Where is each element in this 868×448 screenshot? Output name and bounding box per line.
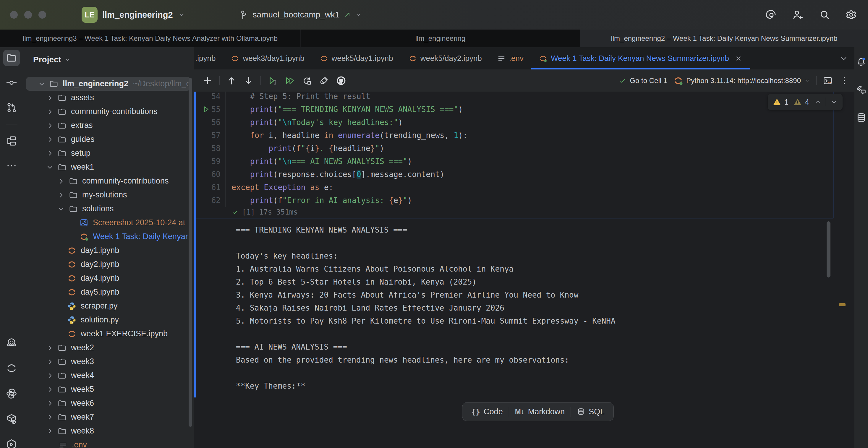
zoom-window-button[interactable] [38,11,46,19]
window-tab[interactable]: llm_engineering [301,30,580,47]
github-button[interactable] [336,75,346,86]
tool-services-button[interactable] [3,436,20,448]
tree-item[interactable]: week6 [23,396,194,410]
previ­ous-problem-button[interactable] [814,98,822,106]
more-icon [6,160,18,172]
more-actions-button[interactable] [839,75,850,86]
search-icon[interactable] [818,8,831,21]
tree-item[interactable]: Week 1 Task: Daily Kenyar [23,230,194,244]
window-tab[interactable]: llm_engineering2 – Week 1 Task: Daily Ke… [580,30,868,47]
editor-tab[interactable]: Week 1 Task: Daily Kenyan News Summarize… [531,47,750,69]
tree-item[interactable]: my-solutions [23,188,194,202]
add-code-cell-button[interactable]: {} Code [465,403,509,421]
tree-item[interactable]: solutions [23,202,194,216]
folder-icon [57,398,67,408]
tree-item[interactable]: community-contributions [23,174,194,188]
tree-item[interactable]: week2 [23,341,194,355]
tree-item[interactable]: solution.py [23,313,194,327]
output-scrollbar[interactable] [827,221,831,278]
window-tab[interactable]: llm_engineering3 – Week 1 Task: Kenyan D… [0,30,301,47]
ide-window: LE llm_engineering2 samuel_bootcamp_wk1 … [0,0,868,448]
tree-item[interactable]: day1.ipynb [23,244,194,257]
arrow-up-button[interactable] [226,75,237,86]
tree-item[interactable]: day4.ipynb [23,271,194,285]
minimize-window-button[interactable] [24,11,32,19]
tree-item[interactable]: week8 [23,424,194,438]
tool-package-button[interactable] [3,411,20,427]
inspections-widget[interactable]: 1 4 [768,94,843,110]
tool-commit-button[interactable] [3,74,20,91]
chevron-down-icon [178,11,185,19]
tree-item[interactable]: llm_engineering2~/Desktop/llm_er [26,77,191,91]
chevron-right-icon [45,357,54,366]
output-line: 2. Top 6 Best 5-Star Hotels in Nairobi, … [236,276,616,288]
tool-jupyter-outline-button[interactable] [3,360,20,377]
jupyter-console-button[interactable] [823,75,833,86]
hidden-tabs-button[interactable] [839,54,848,63]
add-button[interactable] [202,75,213,86]
run-cell-gutter-icon[interactable] [202,105,210,114]
tool-folder-button[interactable] [3,50,20,66]
tree-item[interactable]: .env [23,438,194,448]
restart-button[interactable] [302,75,312,86]
tree-item-label: week8 [71,426,94,436]
tool-pull-request-button[interactable] [3,99,20,116]
editor-tab[interactable]: .env [490,47,531,69]
clean-button[interactable] [319,75,329,86]
chevron-right-icon [45,427,54,436]
close-window-button[interactable] [10,11,18,19]
tree-item[interactable]: week5 [23,382,194,396]
chevron-right-icon [45,135,54,144]
kernel-selector[interactable]: Python 3.11.14: http://localhost:8890 [673,76,810,86]
tool-bell-button[interactable] [855,54,868,70]
push-arrow-icon [343,11,351,19]
tree-item[interactable]: week7 [23,410,194,424]
output-line: 5. Motorists to Pay Ksh8 Per Kilometre t… [236,314,616,327]
tree-item[interactable]: Screenshot 2025-10-24 at [23,216,194,230]
editor-tab[interactable]: .ipynb [194,47,223,69]
tree-item[interactable]: extras [23,119,194,132]
tree-item[interactable]: week4 [23,369,194,382]
huggingface-icon [6,337,18,349]
code-cell[interactable]: 54 # Step 5: Print the result55 print("=… [196,92,833,218]
tool-python-outline-button[interactable] [3,385,20,402]
project-header[interactable]: Project [23,47,194,64]
tree-item[interactable]: community-contributions [23,105,194,119]
next-problem-button[interactable] [830,98,838,106]
tree-item[interactable]: week3 [23,355,194,369]
editor-tab[interactable]: week5/day1.ipynb [312,47,401,69]
add-user-icon[interactable] [792,8,804,21]
jupyter-icon [67,246,76,255]
tree-item[interactable]: week1 EXERCISE.ipynb [23,327,194,341]
check-icon [618,76,627,85]
tool-structure-button[interactable] [3,133,20,149]
goto-cell-button[interactable]: Go to Cell 1 [618,76,667,85]
run-all-button[interactable] [284,75,295,86]
settings-icon[interactable] [845,8,857,21]
close-tab-icon[interactable] [734,54,743,63]
tool-more-button[interactable] [3,158,20,174]
chevron-right-icon [57,177,66,186]
tree-item[interactable]: week1 [23,160,194,174]
tree-item[interactable]: setup [23,146,194,160]
editor-tab[interactable]: week5/day2.ipynb [401,47,490,69]
tree-item[interactable]: day5.ipynb [23,285,194,299]
project-selector[interactable]: LE llm_engineering2 [82,7,185,23]
arrow-down-button[interactable] [243,75,254,86]
tree-item[interactable]: guides [23,132,194,146]
editor-tab[interactable]: week3/day1.ipynb [223,47,312,69]
tool-huggingface-button[interactable] [3,334,20,351]
project-tree-scrollbar[interactable] [189,78,192,427]
tree-item[interactable]: scraper.py [23,299,194,313]
env-icon [497,54,505,63]
add-markdown-cell-button[interactable]: M↓ Markdown [509,403,571,421]
tool-ai-chat-button[interactable] [855,82,868,98]
add-sql-cell-button[interactable]: SQL [571,403,611,421]
ai-swirl-icon[interactable] [765,8,778,21]
tree-item[interactable]: day2.ipynb [23,257,194,271]
tool-database-button[interactable] [855,109,868,126]
structure-icon [6,135,18,147]
branch-widget[interactable]: samuel_bootcamp_wk1 [239,9,362,20]
tree-item[interactable]: assets [23,91,194,105]
run-button[interactable] [267,75,278,86]
